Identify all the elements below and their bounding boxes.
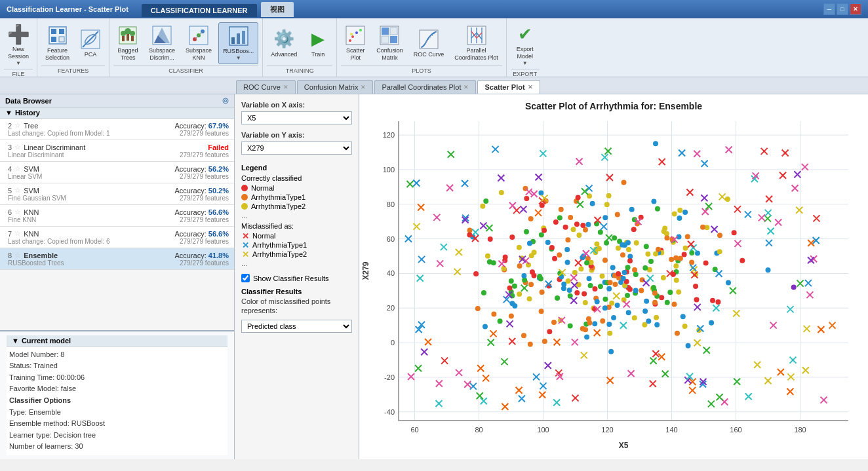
item-subtype-6: Fine KNN bbox=[8, 216, 36, 223]
close-roc-curve[interactable]: ✕ bbox=[283, 84, 288, 90]
export-model-label: ExportModel bbox=[517, 46, 534, 60]
close-scatter-plot[interactable]: ✕ bbox=[528, 84, 533, 90]
new-session-label: NewSession bbox=[8, 46, 29, 60]
parallel-coordinates-label: ParallelCoordinates Plot bbox=[454, 47, 498, 62]
advanced-button[interactable]: ⚙️ Advanced bbox=[267, 26, 301, 61]
svg-rect-38 bbox=[390, 36, 397, 43]
item-num-5: 5 bbox=[8, 187, 12, 195]
star-2[interactable]: ☆ bbox=[14, 121, 21, 130]
item-num-3: 3 bbox=[8, 143, 12, 151]
history-title: History bbox=[15, 109, 40, 117]
tab-parallel-coordinates[interactable]: Parallel Coordinates Plot ✕ bbox=[374, 80, 476, 94]
roc-curve-button[interactable]: ROC Curve bbox=[410, 26, 448, 61]
tab-main[interactable]: CLASSIFICATION LEARNER bbox=[142, 4, 257, 17]
svg-rect-36 bbox=[390, 28, 397, 35]
legend-misclass-normal: ✕ Normal bbox=[241, 232, 352, 240]
misclass-arrhythmia1-label: ArrhythmiaType1 bbox=[252, 241, 307, 249]
train-button[interactable]: ▶ Train bbox=[304, 26, 332, 61]
arrhythmia1-dot bbox=[241, 194, 248, 200]
legend-misclass-arrhythmia2: ✕ ArrhythmiaType2 bbox=[241, 250, 352, 258]
subspace-knn-button[interactable]: SubspaceKNN bbox=[182, 22, 216, 64]
history-item-8[interactable]: 8 ☆ Ensemble Accuracy: 41.8% RUSBoosted … bbox=[0, 248, 234, 270]
ribbon-training-section: ⚙️ Advanced ▶ Train TRAINING bbox=[263, 18, 337, 77]
bagged-trees-button[interactable]: BaggedTrees bbox=[113, 22, 142, 64]
title-bar: Classification Learner - Scatter Plot CL… bbox=[0, 0, 868, 18]
scatter-area: Scatter Plot of Arrhythmia for: Ensemble bbox=[359, 94, 868, 459]
item-name-8: Ensemble bbox=[24, 252, 174, 259]
misclass-arrhythmia2-cross: ✕ bbox=[241, 250, 249, 258]
star-3[interactable]: ☆ bbox=[14, 143, 21, 151]
star-8[interactable]: ☆ bbox=[14, 251, 21, 259]
svg-rect-2 bbox=[59, 29, 64, 34]
subspace-discrim-button[interactable]: SubspaceDiscrim... bbox=[145, 22, 179, 64]
item-name-3: Linear Discriminant bbox=[24, 143, 208, 151]
tab-scatter-plot[interactable]: Scatter Plot ✕ bbox=[477, 80, 540, 94]
svg-rect-27 bbox=[242, 31, 245, 44]
svg-rect-10 bbox=[127, 34, 129, 41]
current-model-triangle: ▼ bbox=[12, 337, 19, 345]
predicted-class-select[interactable]: Predicted class bbox=[241, 320, 352, 333]
svg-rect-35 bbox=[382, 28, 389, 35]
x-axis-select[interactable]: X5 bbox=[241, 111, 352, 124]
star-7[interactable]: ☆ bbox=[14, 229, 21, 238]
item-subtype-4: Linear SVM bbox=[8, 173, 42, 180]
history-item-4[interactable]: 4 ☆ SVM Accuracy: 56.2% Linear SVM 279/2… bbox=[0, 162, 234, 183]
item-subtype-5: Fine Gaussian SVM bbox=[8, 195, 66, 202]
legend-section: Legend Correctly classified Normal Arrhy… bbox=[241, 164, 352, 267]
star-6[interactable]: ☆ bbox=[14, 208, 21, 216]
export-model-button[interactable]: ✔ ExportModel ▼ bbox=[511, 21, 540, 69]
history-item-5[interactable]: 5 ☆ SVM Accuracy: 50.2% Fine Gaussian SV… bbox=[0, 183, 234, 205]
bagged-trees-label: BaggedTrees bbox=[118, 47, 138, 62]
star-4[interactable]: ☆ bbox=[14, 164, 21, 173]
history-item-7[interactable]: 7 ☆ KNN Accuracy: 56.6% Last change: Cop… bbox=[0, 227, 234, 248]
svg-point-31 bbox=[355, 31, 358, 34]
history-item-3[interactable]: 3 ☆ Linear Discriminant Failed Linear Di… bbox=[0, 140, 234, 162]
item-subtype-8: RUSBoosted Trees bbox=[8, 259, 64, 267]
item-accuracy-6: Accuracy: 56.6% bbox=[174, 208, 229, 216]
model-type-row: Type: Ensemble bbox=[9, 407, 225, 419]
new-session-button[interactable]: ➕ NewSession ▼ bbox=[4, 21, 33, 69]
train-label: Train bbox=[311, 51, 325, 58]
maximize-button[interactable]: □ bbox=[837, 3, 848, 15]
item-features-4: 279/279 features bbox=[180, 173, 229, 180]
svg-point-32 bbox=[359, 29, 362, 31]
scatter-title: Scatter Plot of Arrhythmia for: Ensemble bbox=[359, 94, 868, 115]
model-num-learners-row: Number of learners: 30 bbox=[9, 441, 225, 453]
roc-curve-icon bbox=[418, 29, 439, 50]
subspace-knn-icon bbox=[188, 25, 209, 46]
star-5[interactable]: ☆ bbox=[14, 186, 21, 195]
minimize-button[interactable]: ─ bbox=[823, 3, 835, 15]
tabs-row: ROC Curve ✕ Confusion Matrix ✕ Parallel … bbox=[0, 77, 868, 94]
main-area: Data Browser ◎ ▼ History 2 ☆ Tree Accura… bbox=[0, 94, 868, 459]
svg-point-30 bbox=[351, 35, 354, 38]
svg-rect-28 bbox=[346, 26, 365, 45]
pca-button[interactable]: PCA bbox=[76, 26, 105, 61]
tab-view[interactable]: 视图 bbox=[261, 2, 294, 17]
item-accuracy-4: Accuracy: 56.2% bbox=[174, 165, 229, 173]
item-name-7: KNN bbox=[24, 230, 174, 238]
parallel-coordinates-button[interactable]: ParallelCoordinates Plot bbox=[450, 22, 502, 64]
history-item-6[interactable]: 6 ☆ KNN Accuracy: 56.6% Fine KNN 279/279… bbox=[0, 205, 234, 227]
pca-label: PCA bbox=[85, 51, 97, 58]
color-represents-label: Color of misclassified points represents… bbox=[241, 297, 352, 316]
history-triangle: ▼ bbox=[5, 109, 12, 117]
close-confusion-matrix[interactable]: ✕ bbox=[361, 84, 366, 90]
feature-selection-button[interactable]: FeatureSelection bbox=[41, 22, 73, 64]
history-header: ▼ History bbox=[0, 107, 234, 119]
rusboost-button[interactable]: RUSBoos... ▼ bbox=[218, 22, 258, 64]
legend-arrhythmia1: ArrhythmiaType1 bbox=[241, 193, 352, 201]
confusion-matrix-button[interactable]: ConfusionMatrix bbox=[372, 22, 407, 64]
svg-point-13 bbox=[130, 31, 135, 36]
correctly-classified-label: Correctly classified bbox=[241, 174, 352, 182]
ribbon-file-section: ➕ NewSession ▼ FILE bbox=[0, 18, 37, 77]
show-classifier-checkbox[interactable] bbox=[241, 274, 250, 282]
close-parallel-coordinates[interactable]: ✕ bbox=[464, 84, 469, 90]
close-button[interactable]: ✕ bbox=[850, 3, 861, 15]
tab-confusion-matrix[interactable]: Confusion Matrix ✕ bbox=[297, 80, 374, 94]
item-change-7: Last change: Copied from Model: 6 bbox=[8, 238, 110, 245]
history-item-2[interactable]: 2 ☆ Tree Accuracy: 67.9% Last change: Co… bbox=[0, 119, 234, 140]
tab-roc-curve[interactable]: ROC Curve ✕ bbox=[236, 80, 296, 94]
scatter-plot-button[interactable]: ScatterPlot bbox=[341, 22, 370, 64]
y-axis-select[interactable]: X279 bbox=[241, 141, 352, 155]
scatter-canvas bbox=[359, 115, 868, 453]
